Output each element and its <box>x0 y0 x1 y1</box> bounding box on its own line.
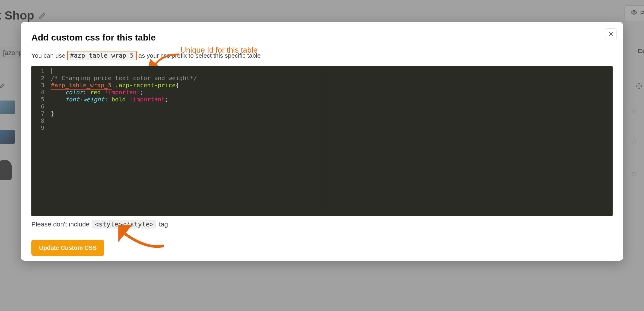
hint-after: as your css prefix to select this specif… <box>139 52 261 59</box>
hint-line: You can use #azp_table_wrap_5 as your cs… <box>31 51 613 60</box>
update-css-button[interactable]: Update Custom CSS <box>31 240 104 256</box>
code-class: .azp-recent-price <box>112 82 176 89</box>
hint-before: You can use <box>31 52 65 59</box>
close-button[interactable] <box>605 28 617 40</box>
code-prop: color <box>65 89 83 96</box>
line-number: 5 <box>31 96 44 103</box>
editor-split <box>322 66 322 216</box>
modal-title: Add custom css for this table <box>31 33 613 43</box>
line-number: 7 <box>31 110 44 117</box>
line-number: 4 <box>31 89 44 96</box>
code-value: bold <box>112 96 126 103</box>
line-number: 8 <box>31 117 44 124</box>
line-number: 3 <box>31 82 44 89</box>
editor-code[interactable]: /* Changing price text color and weight*… <box>47 66 613 216</box>
code-prop: font-weight <box>65 96 104 103</box>
footer-hint: Please don't include <style></style> tag <box>31 220 613 229</box>
close-icon <box>608 31 614 38</box>
line-number: 9 <box>31 124 44 131</box>
line-number: 2 <box>31 74 44 82</box>
css-editor[interactable]: 1 2 3 4 5 6 7 8 9 /* Changing price text… <box>31 66 613 216</box>
line-number: 6 <box>31 103 44 110</box>
code-selector: #azp_table_wrap_5 <box>51 82 112 90</box>
annotation-arrow <box>118 225 166 249</box>
code-comment: /* Changing price text color and weight*… <box>51 74 197 82</box>
text-cursor <box>51 68 51 74</box>
code-brace: } <box>51 110 54 117</box>
code-value: red <box>90 89 101 96</box>
editor-gutter: 1 2 3 4 5 6 7 8 9 <box>31 66 47 216</box>
line-number: 1 <box>31 67 44 74</box>
custom-css-modal: Add custom css for this table Unique Id … <box>21 22 623 261</box>
css-prefix-code: #azp_table_wrap_5 <box>67 51 137 60</box>
code-important: !important <box>104 89 140 96</box>
footer-before: Please don't include <box>31 221 89 228</box>
code-brace: { <box>176 82 179 89</box>
code-important: !important <box>129 96 165 103</box>
footer-after: tag <box>159 221 168 228</box>
footer-code: <style></style> <box>92 220 156 229</box>
